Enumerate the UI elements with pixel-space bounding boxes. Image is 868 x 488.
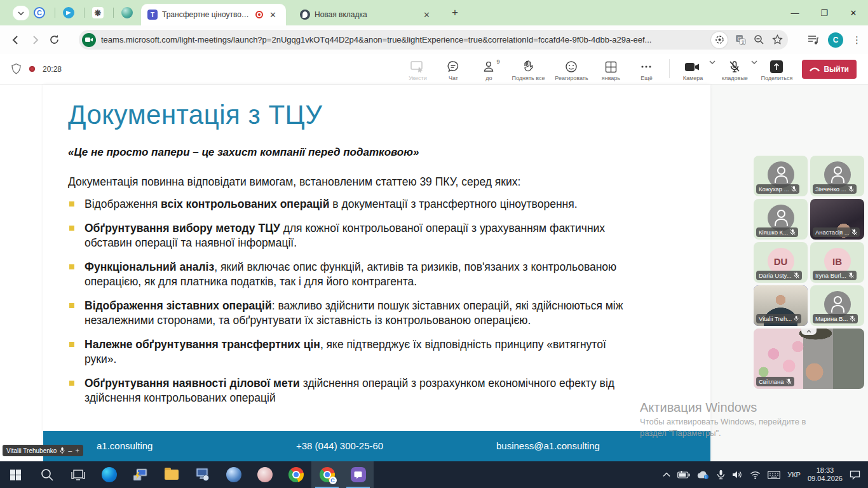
participant-name: Iryna Burl... <box>815 272 846 279</box>
participant-name-tag: Кіяшко К... <box>756 227 798 237</box>
hand-icon <box>523 60 533 74</box>
medoc-app-taskbar-icon[interactable] <box>249 461 280 488</box>
tab-new-tab[interactable]: Новая вкладка ✕ <box>294 4 438 25</box>
zoom-icon[interactable] <box>754 34 764 45</box>
task-view-button[interactable] <box>62 461 93 488</box>
participant-name-tag: Марина В... <box>813 314 858 323</box>
reload-button[interactable] <box>44 30 64 50</box>
computer-app-taskbar-icon[interactable] <box>187 461 218 488</box>
chrome-icon: C <box>320 467 335 482</box>
volume-icon[interactable] <box>732 470 743 479</box>
sphere-app-taskbar-icon[interactable] <box>218 461 249 488</box>
leave-button[interactable]: Выйти <box>802 60 857 79</box>
action-center-icon[interactable] <box>850 470 860 480</box>
edge-icon <box>102 467 117 482</box>
participant-tile[interactable]: DUDaria Usty... <box>754 242 808 283</box>
browser-menu-button[interactable]: ⋮ <box>852 34 862 46</box>
toolbar-chat-button[interactable]: Чат <box>437 57 470 81</box>
taskbar-search-button[interactable] <box>31 461 62 488</box>
present-icon <box>410 60 424 74</box>
participant-tile[interactable]: Кожухар ... <box>754 156 808 196</box>
close-button[interactable]: ✕ <box>839 0 868 25</box>
mic-muted-icon <box>848 186 854 193</box>
chrome-taskbar-icon[interactable] <box>280 461 311 488</box>
back-button[interactable] <box>6 30 25 50</box>
people-icon: 9 <box>483 60 494 74</box>
share-button[interactable]: Поделиться <box>760 57 793 81</box>
telegram-icon <box>63 7 74 18</box>
chrome-profile-taskbar-icon[interactable]: C <box>311 461 342 488</box>
toolbar-hand-button[interactable]: Поднять все <box>508 57 548 81</box>
tiles-collapse-handle[interactable] <box>801 329 817 335</box>
tab-close-button[interactable]: ✕ <box>421 10 432 20</box>
camera-button[interactable]: Камера <box>676 57 709 81</box>
toolbar-item-label: до <box>485 75 492 81</box>
tab-separator <box>113 8 114 18</box>
address-bar[interactable]: teams.microsoft.com/light-meetings/launc… <box>79 30 788 50</box>
slide-bullet: Відображення всіх контрольованих операці… <box>68 197 640 212</box>
browser-pinned-tab[interactable] <box>119 5 135 20</box>
share-icon <box>770 60 783 73</box>
start-button[interactable] <box>0 461 31 488</box>
onedrive-icon[interactable]: i <box>697 471 710 479</box>
profile-avatar[interactable]: C <box>828 32 843 48</box>
participant-tile[interactable]: Кіяшко К... <box>754 199 808 240</box>
minimize-button[interactable]: — <box>780 0 810 25</box>
chatgpt-pinned-tab[interactable]: ❋ <box>90 5 105 20</box>
forward-button[interactable] <box>25 30 44 50</box>
media-controls-icon[interactable] <box>808 35 819 45</box>
zoom-out-button[interactable]: – <box>68 447 72 454</box>
toolbar-more-button[interactable]: Ещё <box>630 57 663 81</box>
participant-tile[interactable]: Vitalii Treh... <box>754 285 808 326</box>
wifi-icon[interactable] <box>750 471 761 479</box>
presenter-name: Vitalii Trehubenko <box>6 447 57 454</box>
bookmark-star-icon[interactable] <box>772 34 783 45</box>
tray-time: 18:33 <box>808 466 843 475</box>
toolbar-react-button[interactable]: Реагировать <box>551 57 592 81</box>
battery-icon[interactable] <box>677 471 690 478</box>
tab-capture-button[interactable] <box>711 32 728 48</box>
touch-keyboard-icon[interactable] <box>768 471 780 479</box>
participant-tile[interactable]: Марина В... <box>810 285 864 326</box>
tab-teams-meeting[interactable]: T Трансфертне ціноутворені ✕ <box>141 4 286 25</box>
slide-footer: a1.consulting +38 (044) 300-25-60 busine… <box>43 431 710 461</box>
chrome-icon <box>288 467 304 482</box>
participant-name-tag: Зінченко ... <box>813 184 857 194</box>
zoom-in-button[interactable]: + <box>75 447 79 454</box>
participant-tile[interactable]: IBIryna Burl... <box>810 242 864 283</box>
back-icon <box>11 35 21 45</box>
viber-taskbar-icon[interactable] <box>342 461 374 488</box>
claude-pinned-tab[interactable]: C <box>32 5 47 20</box>
taskbar-clock[interactable]: 18:33 09.04.2026 <box>808 466 843 483</box>
tab-close-button[interactable]: ✕ <box>268 10 278 20</box>
hangup-icon <box>810 67 820 72</box>
footer-email: business@a1.consulting <box>496 440 600 451</box>
slide-intro: Документація повинна відповідати вимогам… <box>68 175 710 189</box>
translate-icon[interactable]: G文 <box>735 34 746 45</box>
mic-icon <box>60 447 65 454</box>
restore-button[interactable]: ❐ <box>810 0 839 25</box>
mic-options-chevron-icon[interactable] <box>751 60 757 64</box>
participant-tile[interactable]: Зінченко ... <box>810 156 864 196</box>
windows-activation-watermark: Активация Windows Чтобы активировать Win… <box>640 400 856 438</box>
tray-expand-icon[interactable] <box>663 472 670 477</box>
language-indicator[interactable]: УКР <box>787 471 801 478</box>
remote-desktop-taskbar-icon[interactable] <box>125 461 156 488</box>
tray-mic-icon[interactable] <box>717 470 725 480</box>
participant-tile[interactable]: Анастасія ... <box>810 199 864 240</box>
tab-search-button[interactable] <box>13 6 29 20</box>
participant-name: Світлана <box>759 378 784 385</box>
file-explorer-taskbar-icon[interactable] <box>156 461 187 488</box>
presenter-tag[interactable]: Vitalii Trehubenko – + <box>3 445 83 456</box>
microphone-button[interactable]: кладовые <box>718 57 751 81</box>
edge-taskbar-icon[interactable] <box>93 461 125 488</box>
participant-tile[interactable]: Світлана <box>754 329 864 389</box>
toolbar-view-button[interactable]: январь <box>594 57 627 81</box>
new-tab-button[interactable]: + <box>448 6 462 19</box>
participant-name-tag: Iryna Burl... <box>813 271 857 280</box>
toolbar-people-button[interactable]: 9до <box>472 57 505 81</box>
slide-bullet: Обґрунтування наявності ділової мети зді… <box>68 376 640 406</box>
telegram-pinned-tab[interactable] <box>61 5 76 20</box>
camera-icon <box>685 60 700 74</box>
camera-options-chevron-icon[interactable] <box>709 60 715 64</box>
